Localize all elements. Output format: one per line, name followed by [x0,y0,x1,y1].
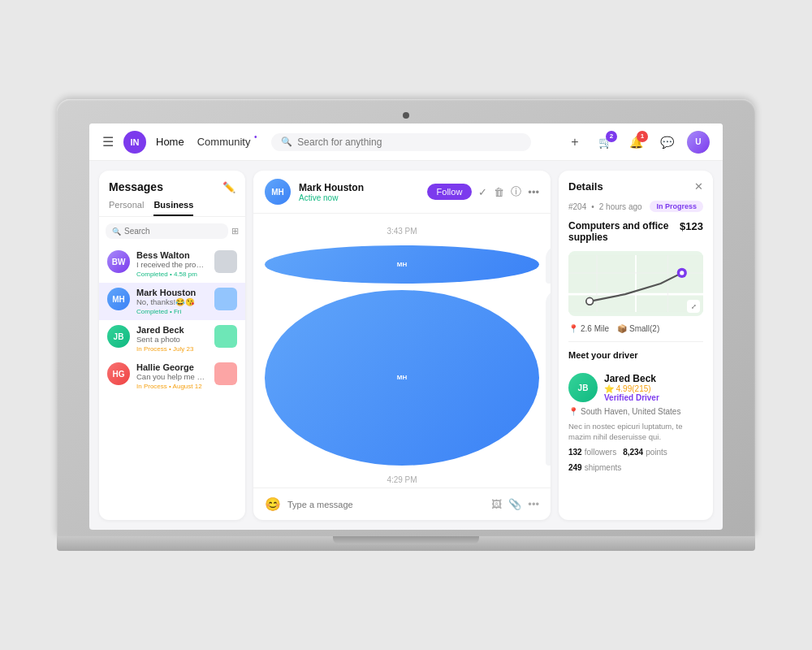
chat-icon: 💬 [660,136,674,149]
msg-bubble: Hi Arthur! [546,245,551,284]
messages-header: Messages ✏️ [99,171,245,200]
contact-item[interactable]: JB Jared Beck Sent a photo In Process • … [99,320,245,358]
contact-info: Jared Beck Sent a photo In Process • Jul… [136,325,208,353]
contact-msg: No, thanks!😂😘 [136,297,208,306]
order-meta: #204 • 2 hours ago In Progress [568,201,703,212]
chat-contact-name: Mark Houston [299,182,419,193]
svg-point-6 [586,297,594,305]
map-svg [568,251,703,316]
distance-value: 2.6 Mile [581,324,609,333]
map-expand-icon[interactable]: ⤢ [687,300,700,313]
search-input[interactable] [297,136,521,148]
contact-msg: Sent a photo [136,335,208,344]
contact-thumb [214,325,237,348]
divider [568,341,703,342]
filter-icon[interactable]: ⊞ [231,226,239,236]
tab-personal[interactable]: Personal [109,200,144,216]
status-badge: In Progress [650,201,703,212]
user-avatar[interactable]: U [687,131,710,154]
chat-button[interactable]: 💬 [656,131,679,154]
laptop-base [57,536,755,551]
shipments-stat: 249 shipments [568,463,621,472]
order-num: #204 [568,202,586,211]
contact-name: Mark Houston [136,288,208,297]
details-panel: Details ✕ #204 • 2 hours ago In Progress… [559,171,713,520]
contact-thumb [214,250,237,273]
driver-card: JB Jared Beck ⭐ 4.99(215) Verified Drive… [568,373,703,472]
contact-info: Mark Houston No, thanks!😂😘 Completed • F… [136,288,208,315]
contact-info: Hallie George Can you help me choose the… [136,362,208,390]
messages-title: Messages [109,180,163,193]
add-button[interactable]: + [564,131,586,154]
contact-avatar-bess: BW [107,250,130,273]
msg-search-icon: 🔍 [112,228,121,236]
map-meta: 📍 2.6 Mile 📦 Small(2) [568,324,703,333]
points-stat: 8,234 points [623,448,667,457]
message-row: MH I need some help to choose the right … [265,290,539,466]
driver-bio: Nec in nostec epicuri luptatum, te mazim… [568,421,703,443]
follow-button[interactable]: Follow [427,184,473,200]
image-icon[interactable]: 🖼 [491,498,502,510]
search-bar: 🔍 [271,133,531,151]
trash-icon[interactable]: 🗑 [494,186,504,198]
more-icon[interactable]: ••• [528,186,539,198]
driver-stats: 132 followers 8,234 points 249 shipments [568,448,703,472]
order-price: $123 [680,220,703,232]
contact-name: Bess Walton [136,250,208,260]
cart-badge: 2 [606,131,617,142]
emoji-button[interactable]: 😊 [265,496,281,512]
distance-info: 📍 2.6 Mile [568,324,609,333]
main-content: Messages ✏️ Personal Business 🔍 [89,161,723,530]
timestamp: 4:29 PM [265,475,539,484]
info-icon[interactable]: ⓘ [511,184,521,199]
chat-messages: 3:43 PM MH Hi Arthur! MH I need some hel… [253,214,551,488]
nav-actions: + 🛒 2 🔔 1 💬 U [564,131,710,154]
cart-button[interactable]: 🛒 2 [594,131,617,154]
check-icon[interactable]: ✓ [478,186,487,198]
contact-status: Completed • Fri [136,308,208,315]
contact-thumb [214,362,237,385]
followers-stat: 132 followers [568,448,616,457]
contact-item[interactable]: BW Bess Walton I received the product ri… [99,245,245,283]
tab-business[interactable]: Business [153,200,193,216]
messages-panel: Messages ✏️ Personal Business 🔍 [99,171,245,520]
contact-status: In Process • August 12 [136,383,208,390]
hamburger-icon[interactable]: ☰ [102,134,114,150]
chat-header: MH Mark Houston Active now Follow ✓ 🗑 ⓘ [253,171,551,214]
chat-input[interactable] [287,500,485,509]
bell-button[interactable]: 🔔 1 [625,131,648,154]
contact-list: BW Bess Walton I received the product ri… [99,245,245,520]
contact-name: Hallie George [136,362,208,372]
nav-home[interactable]: Home [156,136,184,148]
contact-name: Jared Beck [136,325,208,335]
nav-links: Home Community [156,136,250,148]
svg-point-8 [680,271,684,275]
chat-input-row: 😊 🖼 📎 ••• [253,488,551,520]
camera [403,112,409,119]
details-header: Details ✕ [568,180,703,193]
msg-search-input[interactable] [124,227,189,236]
msg-search: 🔍 [106,223,228,239]
location-icon: 📍 [568,324,578,333]
order-title: Computers and office supplies [568,220,680,243]
timestamp: 3:43 PM [265,227,539,236]
contact-item[interactable]: HG Hallie George Can you help me choose … [99,358,245,395]
contact-status: In Process • July 23 [136,345,208,353]
meet-driver-label: Meet your driver [568,350,703,360]
compose-icon[interactable]: ✏️ [222,181,235,193]
contact-status: Completed • 4.58 pm [136,271,208,278]
driver-name: Jared Beck [604,373,659,384]
contact-msg: Can you help me choose the size? [136,372,208,381]
order-time: 2 hours ago [599,202,642,211]
more-icon[interactable]: ••• [528,498,539,510]
nav-community[interactable]: Community [197,136,251,148]
package-info: 📦 Small(2) [617,324,659,333]
app: ☰ IN Home Community 🔍 + [89,124,723,530]
order-title-row: Computers and office supplies $123 [568,220,703,243]
attach-icon[interactable]: 📎 [508,498,521,510]
logo-badge: IN [123,131,146,154]
contact-item[interactable]: MH Mark Houston No, thanks!😂😘 Completed … [99,283,245,320]
search-icon: 🔍 [281,136,292,147]
close-icon[interactable]: ✕ [694,180,703,193]
chat-panel: MH Mark Houston Active now Follow ✓ 🗑 ⓘ [253,171,551,520]
